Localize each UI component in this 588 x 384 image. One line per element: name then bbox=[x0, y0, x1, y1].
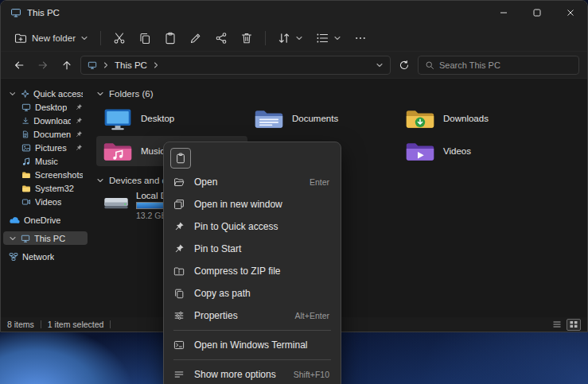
status-divider bbox=[41, 320, 41, 328]
share-button[interactable] bbox=[209, 27, 233, 49]
context-menu-item-open[interactable]: Open Enter bbox=[167, 171, 337, 193]
folder-icon bbox=[21, 170, 31, 180]
context-menu: Open Enter Open in new window Pin to Qui… bbox=[163, 142, 341, 384]
chevron-down-icon bbox=[376, 61, 384, 69]
search-box[interactable] bbox=[418, 56, 579, 75]
desktop-wallpaper: This PC New folder bbox=[0, 0, 588, 384]
folder-tile-documents[interactable]: Documents bbox=[247, 103, 399, 134]
clipboard-icon bbox=[175, 153, 186, 164]
window-controls bbox=[487, 1, 587, 25]
context-menu-item-open-terminal[interactable]: Open in Windows Terminal bbox=[167, 334, 337, 356]
zip-folder-icon bbox=[173, 266, 186, 277]
sidebar-item-network[interactable]: Network bbox=[3, 250, 88, 263]
sort-button[interactable] bbox=[272, 27, 309, 49]
network-icon bbox=[9, 252, 18, 262]
sidebar-item-onedrive[interactable]: OneDrive bbox=[3, 213, 88, 227]
selection-count: 1 item selected bbox=[48, 320, 104, 329]
properties-icon bbox=[173, 310, 186, 321]
cut-icon bbox=[113, 32, 126, 45]
video-icon bbox=[21, 197, 31, 207]
open-icon bbox=[173, 176, 186, 188]
titlebar[interactable]: This PC bbox=[1, 1, 587, 25]
folder-tile-downloads[interactable]: Downloads bbox=[399, 103, 550, 134]
folder-tile-videos[interactable]: Videos bbox=[399, 136, 550, 166]
details-view-button[interactable] bbox=[550, 319, 564, 331]
context-menu-item-pin-quick-access[interactable]: Pin to Quick access bbox=[167, 215, 337, 238]
item-count: 8 items bbox=[7, 320, 34, 329]
sidebar-item-music[interactable]: Music bbox=[3, 154, 88, 168]
delete-icon bbox=[240, 32, 253, 45]
pin-icon bbox=[75, 117, 83, 125]
folders-section-header[interactable]: Folders (6) bbox=[96, 87, 587, 101]
view-button[interactable] bbox=[310, 27, 347, 49]
search-icon bbox=[425, 60, 434, 70]
new-folder-button[interactable]: New folder bbox=[9, 27, 94, 49]
music-icon bbox=[21, 157, 31, 166]
sidebar-item-quick-access[interactable]: Quick access bbox=[3, 87, 88, 100]
this-pc-icon bbox=[21, 234, 30, 243]
search-input[interactable] bbox=[439, 60, 572, 70]
address-dropdown-button[interactable] bbox=[376, 61, 384, 69]
folder-tile-desktop[interactable]: Desktop bbox=[96, 103, 247, 134]
copy-button[interactable] bbox=[133, 27, 157, 49]
maximize-button[interactable] bbox=[520, 1, 554, 25]
context-menu-item-compress-zip[interactable]: Compress to ZIP file bbox=[167, 260, 337, 282]
forward-button[interactable] bbox=[33, 55, 53, 76]
minimize-button[interactable] bbox=[487, 1, 520, 25]
cut-button[interactable] bbox=[107, 27, 131, 49]
picture-icon bbox=[21, 143, 31, 153]
context-menu-item-show-more-options[interactable]: Show more options Shift+F10 bbox=[167, 363, 337, 384]
sidebar-item-desktop[interactable]: Desktop bbox=[3, 100, 88, 114]
context-menu-paste-button[interactable] bbox=[170, 148, 191, 169]
sidebar-item-documents[interactable]: Documents bbox=[3, 127, 88, 141]
sidebar-item-videos[interactable]: Videos bbox=[3, 195, 88, 208]
context-menu-item-copy-as-path[interactable]: Copy as path bbox=[167, 282, 337, 304]
chevron-down-icon bbox=[96, 176, 104, 184]
pin-icon bbox=[173, 243, 186, 254]
sidebar-item-downloads[interactable]: Downloads bbox=[3, 114, 88, 127]
sort-icon bbox=[278, 32, 290, 45]
close-button[interactable] bbox=[554, 1, 587, 25]
arrow-up-icon bbox=[61, 60, 72, 71]
sidebar-item-screenshots[interactable]: Screenshots bbox=[3, 168, 88, 181]
paste-icon bbox=[164, 32, 177, 45]
more-options-button[interactable] bbox=[349, 27, 372, 49]
delete-button[interactable] bbox=[235, 27, 259, 49]
pin-icon bbox=[75, 144, 83, 152]
context-menu-item-open-new-window[interactable]: Open in new window bbox=[167, 193, 337, 215]
rename-icon bbox=[189, 32, 202, 45]
sidebar-item-pictures[interactable]: Pictures bbox=[3, 141, 88, 154]
navigation-pane: Quick access Desktop Downloads Documents bbox=[1, 79, 90, 317]
arrow-left-icon bbox=[14, 60, 25, 71]
more-options-icon bbox=[173, 369, 186, 380]
more-icon bbox=[354, 32, 367, 45]
desktop-folder-icon bbox=[103, 107, 133, 131]
chevron-down-icon bbox=[9, 235, 17, 242]
chevron-down-icon bbox=[295, 34, 303, 42]
toolbar-divider bbox=[100, 31, 101, 45]
address-bar[interactable]: This PC bbox=[80, 56, 391, 75]
context-menu-divider bbox=[173, 330, 331, 331]
up-button[interactable] bbox=[56, 55, 77, 76]
context-menu-item-pin-start[interactable]: Pin to Start bbox=[167, 238, 337, 260]
shortcut-label: Shift+F10 bbox=[294, 370, 329, 379]
onedrive-cloud-icon bbox=[9, 215, 20, 226]
refresh-icon bbox=[399, 60, 410, 71]
back-button[interactable] bbox=[9, 55, 29, 76]
paste-button[interactable] bbox=[158, 27, 182, 49]
refresh-button[interactable] bbox=[394, 55, 415, 76]
details-view-icon bbox=[552, 320, 562, 329]
sidebar-item-this-pc[interactable]: This PC bbox=[3, 231, 88, 245]
breadcrumb-this-pc[interactable]: This PC bbox=[115, 60, 147, 70]
view-icon bbox=[316, 32, 329, 45]
context-menu-item-properties[interactable]: Properties Alt+Enter bbox=[167, 304, 337, 327]
sidebar-item-system32[interactable]: System32 bbox=[3, 181, 88, 195]
pin-icon bbox=[173, 221, 186, 232]
share-icon bbox=[215, 32, 228, 45]
thumbnail-view-button[interactable] bbox=[567, 319, 581, 331]
pin-icon bbox=[75, 130, 83, 138]
rename-button[interactable] bbox=[184, 27, 208, 49]
toolbar-divider bbox=[265, 31, 266, 45]
chevron-down-icon bbox=[9, 90, 17, 98]
chevron-right-icon bbox=[152, 61, 160, 69]
